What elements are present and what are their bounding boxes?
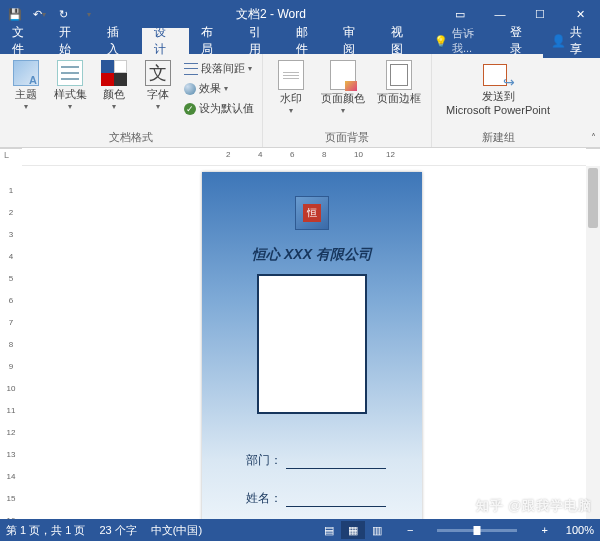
group-new-group: 发送到 Microsoft PowerPoint 新建组 (432, 54, 564, 147)
department-line (286, 455, 386, 469)
page-color-label: 页面颜色 (321, 92, 365, 104)
web-layout-icon: ▥ (372, 524, 382, 537)
vruler-tick: 3 (4, 230, 18, 239)
department-label: 部门： (246, 452, 282, 469)
share-button[interactable]: 👤 共享 (543, 24, 600, 58)
zoom-out-button[interactable]: − (403, 524, 417, 536)
tell-me-search[interactable]: 💡 告诉我... (426, 26, 500, 56)
group-label-docformat: 文档格式 (6, 128, 256, 145)
minimize-icon: ― (495, 8, 506, 20)
vertical-ruler[interactable]: 1 2 3 4 5 6 7 8 9 10 11 12 13 14 15 16 (0, 166, 22, 519)
name-field[interactable]: 姓名： (246, 490, 386, 507)
undo-button[interactable]: ↶▾ (28, 3, 50, 25)
page-borders-button[interactable]: 页面边框 (373, 58, 425, 106)
vruler-tick: 8 (4, 340, 18, 349)
page-color-icon (330, 60, 356, 90)
paragraph-spacing-label: 段落间距 (201, 61, 245, 76)
lightbulb-icon: 💡 (434, 35, 448, 48)
effects-button[interactable]: 效果 ▾ (182, 80, 256, 97)
maximize-icon: ☐ (535, 8, 545, 21)
tab-home[interactable]: 开始 (47, 28, 94, 54)
set-default-button[interactable]: ✓ 设为默认值 (182, 100, 256, 117)
watermark-label: 水印 (280, 92, 302, 104)
status-word-count[interactable]: 23 个字 (99, 523, 136, 538)
zoom-slider[interactable] (437, 529, 517, 532)
send-to-label1: 发送到 (482, 90, 515, 102)
collapse-ribbon-button[interactable]: ˄ (591, 132, 596, 143)
doc-format-options: 段落间距 ▾ 效果 ▾ ✓ 设为默认值 (182, 58, 256, 117)
photo-placeholder[interactable] (257, 274, 367, 414)
close-icon: ✕ (576, 8, 585, 21)
page-color-button[interactable]: 页面颜色 ▾ (317, 58, 369, 117)
view-web-layout[interactable]: ▥ (365, 521, 389, 539)
image-watermark: 知乎 @跟我学电脑 (476, 497, 592, 515)
department-field[interactable]: 部门： (246, 452, 386, 469)
tab-insert[interactable]: 插入 (95, 28, 142, 54)
vruler-tick: 15 (4, 494, 18, 503)
horizontal-ruler[interactable]: 2 4 6 8 10 12 (22, 148, 586, 166)
ribbon: 主题 ▾ 样式集 ▾ 颜色 ▾ 文 字体 ▾ 段落间距 ▾ (0, 54, 600, 148)
fonts-label: 字体 (147, 88, 169, 100)
share-label: 共享 (570, 24, 592, 58)
style-set-button[interactable]: 样式集 ▾ (50, 58, 90, 113)
vruler-tick: 10 (4, 384, 18, 393)
zoom-in-button[interactable]: + (537, 524, 551, 536)
save-button[interactable]: 💾 (4, 3, 26, 25)
zoom-level[interactable]: 100% (566, 524, 594, 536)
quick-access-toolbar: 💾 ↶▾ ↻ ▾ (0, 3, 102, 25)
scrollbar-thumb[interactable] (588, 168, 598, 228)
tell-me-placeholder: 告诉我... (452, 26, 492, 56)
logo-box[interactable]: 恒 (295, 196, 329, 230)
powerpoint-icon (483, 60, 513, 88)
tab-layout[interactable]: 布局 (189, 28, 236, 54)
send-to-powerpoint-button[interactable]: 发送到 Microsoft PowerPoint (438, 58, 558, 118)
workspace: L 2 4 6 8 10 12 1 2 3 4 5 6 7 8 9 10 11 … (0, 148, 600, 519)
tab-review[interactable]: 审阅 (331, 28, 378, 54)
themes-icon (13, 60, 39, 86)
fonts-button[interactable]: 文 字体 ▾ (138, 58, 178, 113)
undo-icon: ↶ (33, 8, 42, 21)
view-read-mode[interactable]: ▤ (317, 521, 341, 539)
page[interactable]: 恒 恒心 XXX 有限公司 部门： 姓名： (202, 172, 422, 519)
colors-label: 颜色 (103, 88, 125, 100)
group-label-pagebg: 页面背景 (269, 128, 425, 145)
watermark-icon (278, 60, 304, 90)
status-language[interactable]: 中文(中国) (151, 523, 202, 538)
company-name[interactable]: 恒心 XXX 有限公司 (202, 246, 422, 264)
group-document-formatting: 主题 ▾ 样式集 ▾ 颜色 ▾ 文 字体 ▾ 段落间距 ▾ (0, 54, 263, 147)
ruler-corner: L (0, 148, 22, 166)
redo-icon: ↻ (59, 8, 68, 21)
ribbon-options-icon: ▭ (455, 8, 465, 21)
qat-customize[interactable]: ▾ (78, 3, 100, 25)
status-page[interactable]: 第 1 页，共 1 页 (6, 523, 85, 538)
login-button[interactable]: 登录 (500, 24, 543, 58)
hruler-tick: 10 (354, 150, 363, 159)
view-print-layout[interactable]: ▦ (341, 521, 365, 539)
page-borders-icon (386, 60, 412, 90)
tab-mailings[interactable]: 邮件 (284, 28, 331, 54)
hruler-tick: 4 (258, 150, 262, 159)
ribbon-tabs: 文件 开始 插入 设计 布局 引用 邮件 审阅 视图 💡 告诉我... 登录 👤… (0, 28, 600, 54)
effects-label: 效果 (199, 81, 221, 96)
vertical-scrollbar[interactable] (586, 166, 600, 519)
colors-button[interactable]: 颜色 ▾ (94, 58, 134, 113)
paragraph-spacing-button[interactable]: 段落间距 ▾ (182, 60, 256, 77)
redo-button[interactable]: ↻ (52, 3, 74, 25)
vruler-tick: 4 (4, 252, 18, 261)
tab-file[interactable]: 文件 (0, 28, 47, 54)
ribbon-options-button[interactable]: ▭ (440, 0, 480, 28)
tab-view[interactable]: 视图 (379, 28, 426, 54)
themes-button[interactable]: 主题 ▾ (6, 58, 46, 113)
watermark-button[interactable]: 水印 ▾ (269, 58, 313, 117)
vruler-tick: 5 (4, 274, 18, 283)
document-canvas[interactable]: 恒 恒心 XXX 有限公司 部门： 姓名： (22, 166, 586, 519)
share-icon: 👤 (551, 34, 566, 48)
hruler-tick: 2 (226, 150, 230, 159)
save-icon: 💾 (8, 8, 22, 21)
tab-references[interactable]: 引用 (237, 28, 284, 54)
window-title: 文档2 - Word (102, 6, 440, 23)
tab-design[interactable]: 设计 (142, 28, 189, 54)
group-label-newgroup: 新建组 (438, 128, 558, 145)
vruler-tick: 11 (4, 406, 18, 415)
style-set-label: 样式集 (54, 88, 87, 100)
